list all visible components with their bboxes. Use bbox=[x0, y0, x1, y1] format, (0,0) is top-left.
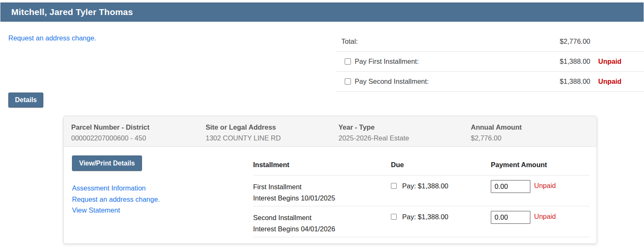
second-installment-table-row: Second Installment Interest Begins 04/01… bbox=[253, 206, 589, 237]
payment-amount-input-first[interactable] bbox=[491, 180, 530, 193]
details-button[interactable]: Details bbox=[8, 93, 43, 108]
site-address-column: Site or Legal Address 1302 COUNTY LINE R… bbox=[206, 122, 281, 143]
parcel-summary-header: Parcel Number - District 000002207000600… bbox=[64, 116, 597, 147]
total-label: Total: bbox=[341, 38, 560, 45]
summary-total-row: Total: $2,776.00 bbox=[336, 32, 644, 52]
payment-summary-table: Total: $2,776.00 Pay First Installment: … bbox=[336, 32, 644, 92]
summary-second-installment-row: Pay Second Installment: $1,388.00 Unpaid bbox=[336, 72, 644, 92]
installment-name: First Installment bbox=[253, 183, 301, 190]
row-status-unpaid-first: Unpaid bbox=[534, 182, 556, 190]
installment-table-header: Installment Due Payment Amount bbox=[253, 157, 589, 175]
due-amount-text: Pay: $1,388.00 bbox=[402, 182, 448, 190]
first-installment-label: Pay First Installment: bbox=[355, 58, 560, 65]
tax-payment-page: Mitchell, Jared Tyler Thomas Request an … bbox=[0, 0, 644, 248]
total-amount: $2,776.00 bbox=[560, 38, 590, 45]
row-status-unpaid-second: Unpaid bbox=[534, 213, 556, 220]
payment-amount-cell: Unpaid bbox=[491, 175, 589, 206]
page-title: Mitchell, Jared Tyler Thomas bbox=[11, 7, 133, 17]
due-amount-text: Pay: $1,388.00 bbox=[402, 213, 448, 221]
year-type-column: Year - Type 2025-2026-Real Estate bbox=[338, 122, 409, 143]
parcel-details-body: View/Print Details Assessment Informatio… bbox=[64, 147, 597, 243]
installment-name-cell: Second Installment Interest Begins 04/01… bbox=[253, 206, 391, 237]
due-cell: Pay: $1,388.00 bbox=[391, 175, 491, 206]
parcel-details-card: Parcel Number - District 000002207000600… bbox=[63, 116, 597, 244]
pay-second-installment-checkbox[interactable] bbox=[345, 78, 351, 85]
summary-first-installment-row: Pay First Installment: $1,388.00 Unpaid bbox=[336, 52, 644, 72]
view-statement-link[interactable]: View Statement bbox=[72, 205, 160, 216]
address-change-link-card[interactable]: Request an address change. bbox=[72, 194, 160, 205]
pay-first-installment-checkbox[interactable] bbox=[345, 58, 351, 65]
row-pay-checkbox-first[interactable] bbox=[391, 183, 397, 189]
view-print-details-button[interactable]: View/Print Details bbox=[72, 155, 142, 171]
payment-amount-cell: Unpaid bbox=[491, 206, 589, 237]
due-column-header: Due bbox=[391, 161, 491, 169]
installment-name-cell: First Installment Interest Begins 10/01/… bbox=[253, 175, 391, 206]
first-installment-table-row: First Installment Interest Begins 10/01/… bbox=[253, 175, 589, 206]
payment-amount-input-second[interactable] bbox=[491, 211, 530, 224]
installment-name: Second Installment bbox=[253, 214, 311, 221]
annual-amount-column: Annual Amount $2,776.00 bbox=[471, 122, 522, 143]
interest-begins-text: Interest Begins 04/01/2026 bbox=[253, 225, 335, 233]
site-address-label: Site or Legal Address bbox=[206, 122, 281, 133]
first-installment-status-badge: Unpaid bbox=[590, 58, 644, 65]
address-change-link-top[interactable]: Request an address change. bbox=[8, 34, 96, 42]
site-address-value: 1302 COUNTY LINE RD bbox=[206, 133, 281, 143]
first-installment-amount: $1,388.00 bbox=[560, 58, 590, 65]
installment-table: Installment Due Payment Amount First Ins… bbox=[253, 157, 589, 237]
year-type-value: 2025-2026-Real Estate bbox=[338, 133, 409, 143]
payment-amount-column-header: Payment Amount bbox=[491, 161, 589, 169]
parcel-action-links: Assessment Information Request an addres… bbox=[72, 183, 160, 216]
due-cell: Pay: $1,388.00 bbox=[391, 206, 491, 237]
second-installment-status-badge: Unpaid bbox=[590, 78, 644, 85]
annual-amount-value: $2,776.00 bbox=[471, 133, 522, 143]
second-installment-amount: $1,388.00 bbox=[560, 78, 590, 85]
taxpayer-name-header: Mitchell, Jared Tyler Thomas bbox=[0, 3, 644, 22]
second-installment-label: Pay Second Installment: bbox=[355, 78, 560, 85]
assessment-information-link[interactable]: Assessment Information bbox=[72, 183, 160, 194]
interest-begins-text: Interest Begins 10/01/2025 bbox=[253, 194, 335, 202]
parcel-number-value: 000002207000600 - 450 bbox=[71, 133, 149, 143]
year-type-label: Year - Type bbox=[338, 122, 409, 133]
installment-column-header: Installment bbox=[253, 161, 391, 169]
parcel-number-column: Parcel Number - District 000002207000600… bbox=[71, 122, 149, 143]
parcel-number-label: Parcel Number - District bbox=[71, 122, 149, 133]
annual-amount-label: Annual Amount bbox=[471, 122, 522, 133]
row-pay-checkbox-second[interactable] bbox=[391, 214, 397, 220]
